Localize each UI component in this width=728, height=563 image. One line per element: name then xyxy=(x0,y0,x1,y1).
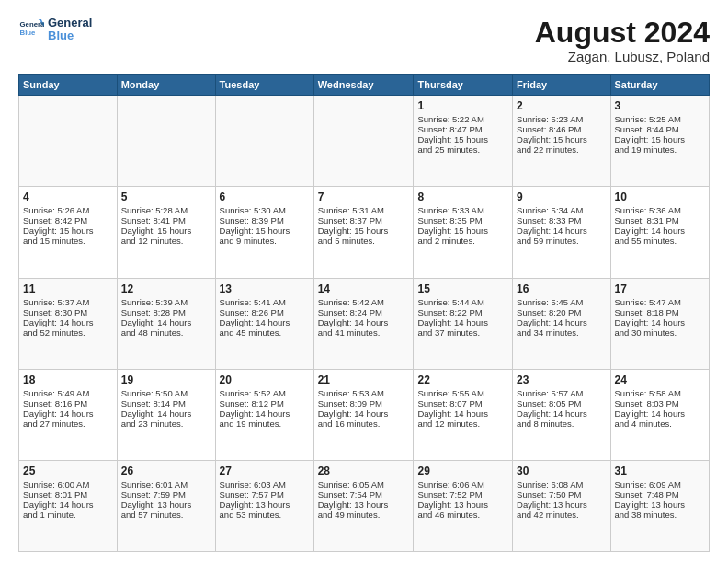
day-info: Daylight: 15 hours xyxy=(121,225,211,236)
day-info: Sunrise: 5:23 AM xyxy=(517,114,606,124)
day-info: Sunrise: 6:09 AM xyxy=(615,479,705,489)
calendar-cell: 31Sunrise: 6:09 AMSunset: 7:48 PMDayligh… xyxy=(610,460,709,551)
logo-icon: General Blue xyxy=(18,17,44,42)
day-number: 24 xyxy=(615,373,705,386)
day-info: and 45 minutes. xyxy=(220,327,310,338)
day-info: Daylight: 14 hours xyxy=(615,317,705,327)
page: General Blue General Blue August 2024 Za… xyxy=(0,0,728,563)
title-area: August 2024 Zagan, Lubusz, Poland xyxy=(535,17,710,64)
week-row-4: 18Sunrise: 5:49 AMSunset: 8:16 PMDayligh… xyxy=(19,369,710,460)
day-info: Sunrise: 5:28 AM xyxy=(121,205,211,215)
day-info: and 41 minutes. xyxy=(318,327,410,338)
header-day-tuesday: Tuesday xyxy=(215,75,313,96)
day-info: Daylight: 14 hours xyxy=(23,500,113,510)
day-info: and 8 minutes. xyxy=(517,419,606,429)
day-info: Sunset: 8:31 PM xyxy=(615,215,705,225)
calendar-cell xyxy=(215,96,313,187)
day-number: 9 xyxy=(517,190,606,203)
calendar-cell: 12Sunrise: 5:39 AMSunset: 8:28 PMDayligh… xyxy=(117,278,215,369)
day-info: Sunset: 8:37 PM xyxy=(318,215,410,225)
day-number: 12 xyxy=(121,282,211,295)
day-number: 13 xyxy=(220,282,310,295)
day-info: Sunrise: 5:34 AM xyxy=(517,205,606,215)
day-info: Daylight: 15 hours xyxy=(220,225,310,236)
calendar-cell xyxy=(19,96,118,187)
calendar-cell: 23Sunrise: 5:57 AMSunset: 8:05 PMDayligh… xyxy=(513,369,610,460)
day-number: 20 xyxy=(220,373,310,386)
calendar-cell: 5Sunrise: 5:28 AMSunset: 8:41 PMDaylight… xyxy=(117,187,215,278)
day-info: Daylight: 14 hours xyxy=(517,408,606,419)
calendar-cell: 26Sunrise: 6:01 AMSunset: 7:59 PMDayligh… xyxy=(117,460,215,551)
day-info: Daylight: 15 hours xyxy=(417,225,508,236)
calendar-table: SundayMondayTuesdayWednesdayThursdayFrid… xyxy=(18,74,710,552)
day-info: Sunrise: 5:45 AM xyxy=(517,297,606,307)
calendar-cell: 30Sunrise: 6:08 AMSunset: 7:50 PMDayligh… xyxy=(513,460,610,551)
calendar-cell: 14Sunrise: 5:42 AMSunset: 8:24 PMDayligh… xyxy=(313,278,414,369)
day-info: Sunset: 7:57 PM xyxy=(220,489,310,500)
day-number: 14 xyxy=(318,282,410,295)
day-info: and 30 minutes. xyxy=(615,327,705,338)
day-number: 25 xyxy=(23,465,113,477)
day-number: 4 xyxy=(23,190,113,203)
day-info: Daylight: 14 hours xyxy=(417,317,508,327)
day-info: and 38 minutes. xyxy=(615,510,705,520)
day-info: Daylight: 14 hours xyxy=(220,317,310,327)
day-info: Daylight: 14 hours xyxy=(121,317,211,327)
day-info: Daylight: 14 hours xyxy=(318,317,410,327)
logo-line2: Blue xyxy=(48,29,92,42)
day-info: Sunset: 8:05 PM xyxy=(517,398,606,408)
calendar-cell: 18Sunrise: 5:49 AMSunset: 8:16 PMDayligh… xyxy=(19,369,118,460)
day-info: and 5 minutes. xyxy=(318,236,410,246)
day-info: Daylight: 13 hours xyxy=(417,500,508,510)
calendar-cell: 6Sunrise: 5:30 AMSunset: 8:39 PMDaylight… xyxy=(215,187,313,278)
day-info: Daylight: 13 hours xyxy=(121,500,211,510)
day-info: and 23 minutes. xyxy=(121,419,211,429)
svg-text:Blue: Blue xyxy=(20,29,37,38)
calendar-cell: 2Sunrise: 5:23 AMSunset: 8:46 PMDaylight… xyxy=(513,96,610,187)
header: General Blue General Blue August 2024 Za… xyxy=(18,17,710,64)
day-number: 30 xyxy=(517,465,606,477)
day-info: Sunrise: 6:05 AM xyxy=(318,479,410,489)
day-info: Sunrise: 5:58 AM xyxy=(615,388,705,398)
day-info: Sunset: 8:07 PM xyxy=(417,398,508,408)
day-info: Sunrise: 5:41 AM xyxy=(220,297,310,307)
day-info: Daylight: 14 hours xyxy=(417,408,508,419)
subtitle: Zagan, Lubusz, Poland xyxy=(535,49,710,64)
day-info: Sunset: 8:30 PM xyxy=(23,307,113,317)
day-number: 5 xyxy=(121,190,211,203)
day-info: and 48 minutes. xyxy=(121,327,211,338)
calendar-cell: 17Sunrise: 5:47 AMSunset: 8:18 PMDayligh… xyxy=(610,278,709,369)
day-info: and 12 minutes. xyxy=(417,419,508,429)
week-row-3: 11Sunrise: 5:37 AMSunset: 8:30 PMDayligh… xyxy=(19,278,710,369)
day-info: Sunrise: 6:01 AM xyxy=(121,479,211,489)
day-number: 17 xyxy=(615,282,705,295)
day-number: 21 xyxy=(318,373,410,386)
day-number: 8 xyxy=(417,190,508,203)
day-info: Sunrise: 6:08 AM xyxy=(517,479,606,489)
day-info: Daylight: 15 hours xyxy=(318,225,410,236)
day-info: Sunset: 8:35 PM xyxy=(417,215,508,225)
day-info: Sunrise: 5:36 AM xyxy=(615,205,705,215)
day-number: 2 xyxy=(517,99,606,112)
day-info: Sunset: 8:39 PM xyxy=(220,215,310,225)
day-number: 22 xyxy=(417,373,508,386)
calendar-cell: 11Sunrise: 5:37 AMSunset: 8:30 PMDayligh… xyxy=(19,278,118,369)
day-info: Sunset: 8:28 PM xyxy=(121,307,211,317)
day-info: and 19 minutes. xyxy=(615,144,705,155)
day-info: and 16 minutes. xyxy=(318,419,410,429)
calendar-cell: 7Sunrise: 5:31 AMSunset: 8:37 PMDaylight… xyxy=(313,187,414,278)
day-info: Sunset: 7:48 PM xyxy=(615,489,705,500)
day-info: and 25 minutes. xyxy=(417,144,508,155)
day-info: Daylight: 14 hours xyxy=(517,225,606,236)
calendar-cell: 15Sunrise: 5:44 AMSunset: 8:22 PMDayligh… xyxy=(414,278,513,369)
day-info: and 57 minutes. xyxy=(121,510,211,520)
day-info: Sunrise: 5:33 AM xyxy=(417,205,508,215)
day-info: Sunset: 8:41 PM xyxy=(121,215,211,225)
calendar-cell: 21Sunrise: 5:53 AMSunset: 8:09 PMDayligh… xyxy=(313,369,414,460)
day-info: Sunset: 8:12 PM xyxy=(220,398,310,408)
calendar-cell: 27Sunrise: 6:03 AMSunset: 7:57 PMDayligh… xyxy=(215,460,313,551)
day-info: Sunset: 8:24 PM xyxy=(318,307,410,317)
day-info: Sunset: 8:18 PM xyxy=(615,307,705,317)
day-info: Sunset: 8:01 PM xyxy=(23,489,113,500)
day-number: 27 xyxy=(220,465,310,477)
